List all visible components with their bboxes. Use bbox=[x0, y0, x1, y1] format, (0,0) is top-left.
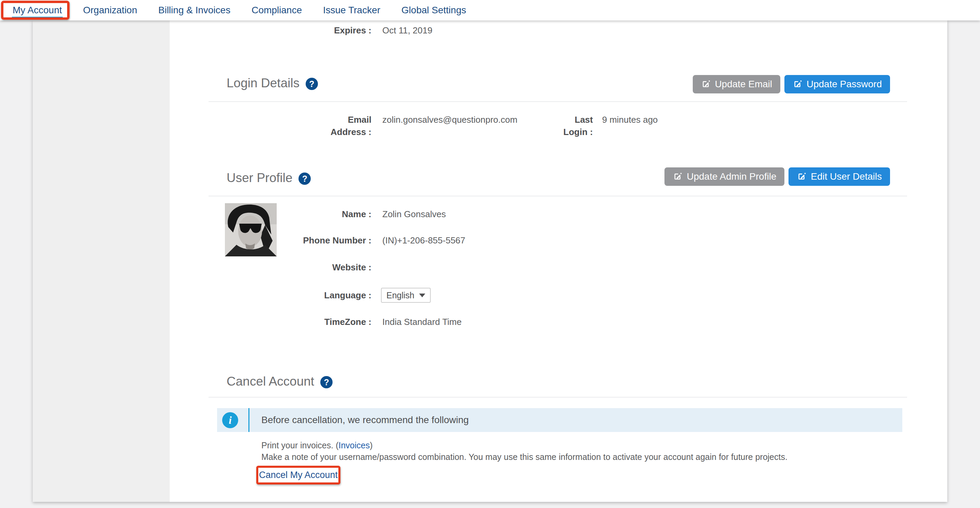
tab-compliance[interactable]: Compliance bbox=[251, 0, 302, 21]
tab-billing-invoices[interactable]: Billing & Invoices bbox=[158, 0, 231, 21]
cancel-account-heading: Cancel Account ? bbox=[227, 374, 332, 389]
update-admin-profile-button[interactable]: Update Admin Profile bbox=[665, 167, 784, 186]
language-dropdown[interactable]: English bbox=[381, 288, 431, 303]
login-details-heading: Login Details ? bbox=[227, 76, 318, 90]
update-password-button[interactable]: Update Password bbox=[784, 75, 890, 93]
tab-organization[interactable]: Organization bbox=[83, 0, 137, 21]
edit-icon bbox=[701, 80, 710, 89]
main-content: Expires : Oct 11, 2019 Login Details ? U… bbox=[170, 21, 947, 502]
invoices-note: Print your invoices. (Invoices) bbox=[261, 440, 373, 451]
update-email-button[interactable]: Update Email bbox=[693, 75, 780, 93]
help-icon[interactable]: ? bbox=[299, 172, 311, 185]
section-divider bbox=[208, 397, 907, 398]
invoices-note-suffix: ) bbox=[370, 441, 372, 450]
help-icon[interactable]: ? bbox=[320, 376, 332, 389]
login-details-actions: Update Email Update Password bbox=[693, 75, 890, 93]
cancel-account-title: Cancel Account bbox=[227, 374, 314, 389]
annotation-highlight-cancel-account: Cancel My Account bbox=[256, 466, 340, 484]
website-label: Website : bbox=[170, 261, 371, 274]
user-profile-heading: User Profile ? bbox=[227, 171, 311, 185]
section-divider bbox=[208, 196, 907, 196]
invoices-link[interactable]: Invoices bbox=[338, 441, 370, 450]
language-selected-value: English bbox=[387, 290, 414, 300]
email-address-label: Email Address : bbox=[317, 113, 371, 138]
top-nav: My Account Organization Billing & Invoic… bbox=[0, 0, 980, 21]
update-email-label: Update Email bbox=[715, 79, 772, 90]
edit-user-details-button[interactable]: Edit User Details bbox=[789, 167, 890, 186]
chevron-down-icon bbox=[419, 293, 425, 297]
update-admin-profile-label: Update Admin Profile bbox=[687, 171, 776, 182]
update-password-label: Update Password bbox=[807, 79, 882, 90]
expires-value: Oct 11, 2019 bbox=[382, 24, 433, 37]
content-card: Expires : Oct 11, 2019 Login Details ? U… bbox=[33, 21, 947, 502]
invoices-note-prefix: Print your invoices. ( bbox=[261, 441, 338, 450]
email-address-value: zolin.gonsalves@questionpro.com bbox=[382, 113, 517, 126]
edit-icon bbox=[792, 80, 802, 89]
last-login-label: Last Login : bbox=[555, 113, 593, 138]
tab-my-account[interactable]: My Account bbox=[13, 0, 62, 21]
phone-number-value: (IN)+1-206-855-5567 bbox=[382, 234, 466, 247]
login-details-title: Login Details bbox=[227, 76, 299, 90]
timezone-label: TimeZone : bbox=[170, 316, 371, 328]
timezone-value: India Standard Time bbox=[382, 316, 462, 328]
name-value: Zolin Gonsalves bbox=[382, 208, 446, 220]
edit-icon bbox=[797, 172, 806, 182]
user-profile-actions: Update Admin Profile Edit User Details bbox=[665, 167, 890, 186]
language-label: Language : bbox=[170, 289, 371, 301]
user-profile-title: User Profile bbox=[227, 171, 293, 185]
info-heading: Before cancellation, we recommend the fo… bbox=[261, 408, 469, 432]
info-accent-bar bbox=[248, 408, 250, 432]
help-icon[interactable]: ? bbox=[305, 78, 318, 90]
info-icon: i bbox=[222, 412, 238, 428]
last-login-value: 9 minutes ago bbox=[602, 113, 658, 126]
expires-label: Expires : bbox=[320, 24, 371, 37]
username-password-note: Make a note of your username/password co… bbox=[261, 452, 788, 462]
edit-icon bbox=[673, 172, 682, 182]
cancel-my-account-link[interactable]: Cancel My Account bbox=[259, 470, 338, 480]
tab-global-settings[interactable]: Global Settings bbox=[401, 0, 466, 21]
tab-issue-tracker[interactable]: Issue Tracker bbox=[323, 0, 380, 21]
sidebar-area bbox=[33, 21, 170, 502]
phone-number-label: Phone Number : bbox=[170, 234, 371, 247]
edit-user-details-label: Edit User Details bbox=[811, 171, 882, 182]
section-divider bbox=[208, 101, 907, 102]
cancellation-info-box: i Before cancellation, we recommend the … bbox=[217, 408, 902, 432]
name-label: Name : bbox=[170, 208, 371, 220]
